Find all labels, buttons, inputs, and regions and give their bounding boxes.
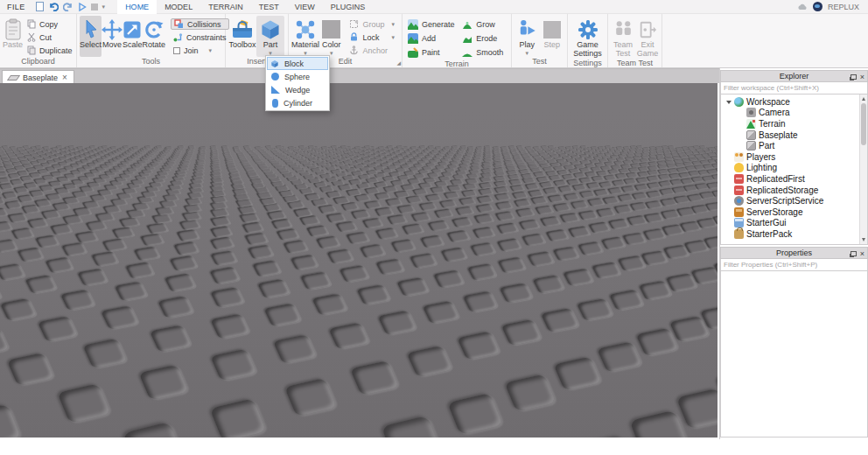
tab-terrain[interactable]: TERRAIN bbox=[200, 0, 251, 14]
properties-filter-input[interactable] bbox=[721, 259, 867, 270]
constraints-button[interactable]: Constraints bbox=[171, 32, 229, 43]
tree-item-serverscriptservice[interactable]: ServerScriptService bbox=[724, 195, 858, 206]
tab-view[interactable]: VIEW bbox=[287, 0, 323, 14]
baseplate-stud bbox=[446, 185, 461, 192]
tree-item-serverstorage[interactable]: ServerStorage bbox=[724, 206, 858, 218]
file-menu-button[interactable]: FILE bbox=[0, 3, 34, 11]
terrain-paint-button[interactable]: Paint bbox=[408, 46, 457, 60]
explorer-header[interactable]: Explorer × bbox=[720, 70, 868, 82]
edit-dialog-launcher-icon[interactable]: ◢ bbox=[396, 60, 401, 66]
baseplate-stud bbox=[460, 190, 476, 198]
paste-button[interactable]: Paste bbox=[3, 16, 23, 57]
play-quick-icon[interactable] bbox=[78, 3, 87, 11]
properties-float-icon[interactable] bbox=[850, 251, 857, 256]
rotate-tool-button[interactable]: Rotate bbox=[143, 16, 166, 57]
tree-item-players[interactable]: Players bbox=[724, 151, 858, 163]
terrain-generate-button[interactable]: Generate bbox=[408, 18, 457, 32]
menu-item-sphere[interactable]: Sphere bbox=[267, 70, 328, 83]
join-checkbox[interactable] bbox=[173, 47, 180, 54]
explorer-filter-input[interactable] bbox=[721, 82, 867, 94]
menu-item-cylinder[interactable]: Cylinder bbox=[267, 96, 328, 109]
baseplate-stud bbox=[470, 242, 496, 256]
tree-item-replicatedstorage[interactable]: ReplicatedStorage bbox=[724, 185, 858, 196]
copy-button[interactable]: Copy bbox=[24, 18, 75, 30]
menubar-right: REPLUX bbox=[797, 2, 868, 11]
group-dropdown-icon[interactable]: ▾ bbox=[391, 21, 395, 27]
user-avatar[interactable] bbox=[813, 2, 822, 11]
play-dropdown-icon[interactable]: ▾ bbox=[525, 50, 528, 56]
chevron-down-icon[interactable] bbox=[726, 101, 732, 104]
explorer-close-icon[interactable]: × bbox=[860, 74, 864, 81]
tree-item-replicatedfirst[interactable]: ReplicatedFirst bbox=[724, 173, 858, 185]
terrain-paint-icon bbox=[408, 47, 418, 58]
cut-button[interactable]: Cut bbox=[24, 32, 75, 43]
lock-button[interactable]: Lock ▾ bbox=[346, 32, 397, 43]
part-button[interactable]: Part ▾ bbox=[256, 16, 284, 57]
select-tool-button[interactable]: Select bbox=[80, 16, 102, 57]
tab-close-icon[interactable]: × bbox=[62, 74, 67, 82]
join-dropdown-icon[interactable]: ▾ bbox=[209, 47, 213, 53]
duplicate-button[interactable]: Duplicate bbox=[24, 45, 75, 56]
game-settings-button[interactable]: Game Settings bbox=[571, 16, 605, 59]
tab-home[interactable]: HOME bbox=[117, 0, 157, 14]
tree-item-part[interactable]: Part bbox=[724, 140, 858, 151]
cloud-icon[interactable] bbox=[797, 4, 808, 10]
terrain-add-button[interactable]: Add bbox=[408, 32, 457, 46]
terrain-smooth-button[interactable]: Smooth bbox=[462, 46, 506, 60]
tree-item-startergui[interactable]: StarterGui bbox=[724, 218, 858, 229]
sphere-icon bbox=[271, 73, 279, 80]
color-dropdown-icon[interactable]: ▾ bbox=[330, 50, 333, 56]
baseplate-stud bbox=[601, 237, 626, 250]
team-test-button[interactable]: Team Test bbox=[611, 16, 635, 59]
join-button[interactable]: Join ▾ bbox=[171, 45, 229, 56]
properties-header[interactable]: Properties × bbox=[720, 247, 868, 259]
document-tab-baseplate[interactable]: Baseplate × bbox=[2, 70, 74, 84]
baseplate-stud bbox=[641, 250, 669, 265]
toolbox-label: Toolbox bbox=[228, 41, 256, 50]
properties-close-icon[interactable]: × bbox=[860, 250, 864, 258]
color-button[interactable]: Color ▾ bbox=[319, 16, 343, 57]
step-button[interactable]: Step bbox=[540, 16, 565, 57]
toolbox-button[interactable]: Toolbox bbox=[228, 16, 256, 57]
scroll-up-icon[interactable] bbox=[862, 97, 865, 101]
baseplate-stud bbox=[102, 238, 128, 251]
tab-test[interactable]: TEST bbox=[251, 0, 287, 14]
tree-item-camera[interactable]: Camera bbox=[724, 108, 858, 119]
explorer-float-icon[interactable] bbox=[850, 74, 857, 80]
tree-item-workspace[interactable]: Workspace bbox=[724, 96, 858, 108]
tree-item-lighting[interactable]: Lighting bbox=[724, 163, 858, 174]
menu-item-wedge[interactable]: Wedge bbox=[267, 83, 328, 96]
move-tool-button[interactable]: Move bbox=[102, 16, 122, 57]
scroll-down-icon[interactable] bbox=[862, 238, 865, 242]
terrain-grow-button[interactable]: Grow bbox=[462, 18, 506, 32]
group-button[interactable]: Group ▾ bbox=[346, 18, 397, 30]
collisions-toggle[interactable]: Collisions bbox=[171, 18, 229, 30]
qat-dropdown-icon[interactable]: ▾ bbox=[102, 4, 106, 10]
anchor-button[interactable]: Anchor bbox=[346, 45, 397, 56]
exit-game-button[interactable]: Exit Game bbox=[635, 16, 660, 59]
baseplate-stud bbox=[495, 211, 515, 220]
stop-icon[interactable] bbox=[91, 4, 98, 10]
play-button[interactable]: Play ▾ bbox=[514, 16, 540, 57]
lock-dropdown-icon[interactable]: ▾ bbox=[391, 34, 395, 40]
team-test-label: Team Test bbox=[611, 41, 635, 59]
scroll-thumb[interactable] bbox=[861, 103, 866, 145]
redo-icon[interactable] bbox=[63, 2, 74, 11]
tab-plugins[interactable]: PLUGINS bbox=[323, 0, 374, 14]
tab-model[interactable]: MODEL bbox=[157, 0, 200, 14]
baseplate-stud bbox=[566, 178, 580, 185]
username-label[interactable]: REPLUX bbox=[828, 3, 859, 11]
tree-item-starterpack[interactable]: StarterPack bbox=[724, 228, 858, 240]
explorer-scrollbar[interactable] bbox=[859, 94, 867, 244]
terrain-erode-button[interactable]: Erode bbox=[462, 32, 506, 46]
tree-item-terrain[interactable]: Terrain bbox=[724, 118, 858, 130]
scale-tool-button[interactable]: Scale bbox=[122, 16, 143, 57]
undo-icon[interactable] bbox=[48, 2, 59, 11]
tree-item-baseplate[interactable]: Baseplate bbox=[724, 130, 858, 141]
new-file-icon[interactable] bbox=[36, 2, 44, 11]
material-button[interactable]: Material ▾ bbox=[291, 16, 319, 57]
menu-item-block[interactable]: Block bbox=[267, 57, 328, 70]
team-test-icon bbox=[612, 18, 634, 41]
part-label: Part bbox=[263, 41, 278, 50]
viewport-3d[interactable] bbox=[0, 83, 718, 438]
